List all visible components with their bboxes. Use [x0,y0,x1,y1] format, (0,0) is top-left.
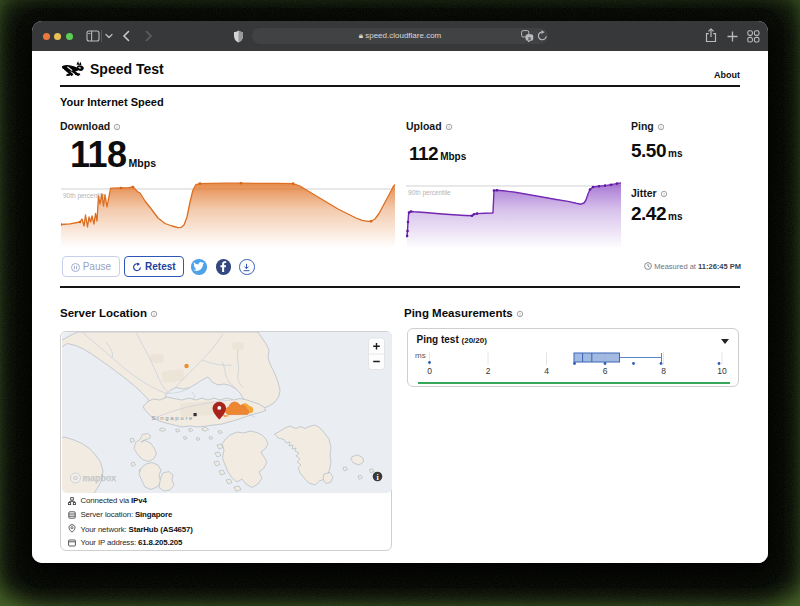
svg-text:4: 4 [544,366,549,376]
svg-text:Singapore: Singapore [151,415,194,421]
svg-text:8: 8 [661,366,666,376]
svg-text:90th percentile: 90th percentile [408,189,451,197]
svg-text:2: 2 [486,366,491,376]
svg-text:10: 10 [717,366,727,376]
svg-text:6: 6 [603,366,608,376]
svg-text:ms: ms [415,351,426,360]
svg-text:a: a [528,35,531,41]
svg-text:mapbox: mapbox [82,473,116,483]
svg-text:0: 0 [427,366,432,376]
